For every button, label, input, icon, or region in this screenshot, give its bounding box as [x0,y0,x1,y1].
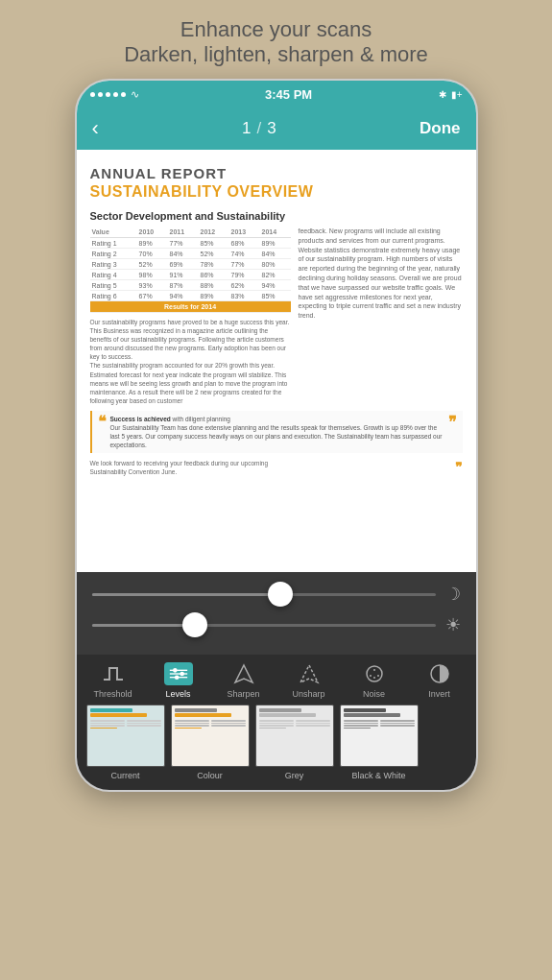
table-cell: Rating 6 [90,291,137,301]
table-cell: 84% [259,249,290,259]
doc-footer-left: We look forward to receiving your feedba… [90,459,273,478]
slider-row-2: ☀ [92,614,461,635]
thumb-grey[interactable]: Grey [255,705,334,780]
invert-icon [425,662,454,685]
page-current: 1 [242,119,251,138]
footer-right-quote: ❞ [280,459,463,478]
dot1 [90,92,95,97]
thumb-bw[interactable]: Black & White [340,705,419,780]
sliders-area: ☽ ☀ [77,572,476,655]
done-button[interactable]: Done [420,119,461,138]
wifi-icon: ∿ [131,88,139,101]
noise-icon [360,662,389,685]
table-cell: 69% [168,259,199,270]
tool-invert[interactable]: Invert [407,662,472,699]
svg-point-12 [373,677,375,679]
table-cell: Rating 1 [90,238,137,249]
noise-label: Noise [363,689,385,699]
dot3 [106,92,110,97]
slider-track-2[interactable] [92,624,436,627]
svg-point-10 [370,675,372,677]
svg-marker-6 [235,665,252,682]
col-2014: 2014 [259,227,290,238]
dot2 [98,92,103,97]
slider-row-1: ☽ [92,584,461,605]
tool-levels[interactable]: Levels [146,662,211,699]
col-2012: 2012 [199,227,229,238]
table-cell: Rating 2 [90,249,137,259]
page-indicator: 1 / 3 [242,119,276,138]
table-cell: 85% [199,238,229,249]
table-cell: 84% [168,249,199,259]
doc-content: Value 2010 2011 2012 2013 2014 Rating 18… [90,227,463,405]
thumb-img-current [86,705,165,767]
tool-sharpen[interactable]: Sharpen [211,662,276,699]
col-value: Value [90,227,137,238]
doc-right: feedback. New programs will include all … [299,227,463,405]
slider-track-1[interactable] [92,593,436,596]
thumb-current-label: Current [110,771,139,780]
promo-section: Enhance your scans Darken, lighten, shar… [0,0,552,79]
svg-point-5 [174,675,179,680]
table-cell: 85% [259,291,290,301]
threshold-icon [99,662,128,685]
table-row: Rating 593%87%88%62%94% [90,280,291,291]
signal-dots [90,92,126,97]
table-cell: 82% [259,270,290,280]
levels-label: Levels [165,689,190,699]
highlight-row: Results for 2014 [90,301,291,313]
quote-open-mark: ❝ [98,415,107,449]
svg-point-8 [367,666,382,681]
table-cell: 98% [137,270,168,280]
svg-point-3 [173,668,178,673]
nav-bar: ‹ 1 / 3 Done [77,108,476,150]
document-area: ANNUAL REPORT SUSTAINABILITY OVERVIEW Se… [77,150,476,572]
quote-rest: with diligent planning [173,416,230,422]
slider-fill-2 [92,624,195,627]
tool-unsharp[interactable]: Unsharp [276,662,342,699]
tool-noise[interactable]: Noise [342,662,407,699]
battery-icon: ▮+ [451,89,463,100]
slider-thumb-1[interactable] [268,582,293,607]
table-cell: 79% [229,270,260,280]
table-cell: 87% [168,280,199,291]
table-cell: 88% [199,280,229,291]
invert-label: Invert [428,689,450,699]
thumb-current[interactable]: Current [86,705,165,780]
sharpen-icon [229,662,258,685]
doc-title-sub: SUSTAINABILITY OVERVIEW [90,183,463,201]
table-cell: 62% [229,280,260,291]
table-cell: 89% [199,291,229,301]
table-cell: 67% [137,291,168,301]
table-cell: 91% [168,270,199,280]
doc-left: Value 2010 2011 2012 2013 2014 Rating 18… [90,227,291,405]
table-cell: 52% [199,249,229,259]
thumb-colour[interactable]: Colour [171,705,250,780]
thumb-grey-label: Grey [285,771,304,780]
quote-body: Our Sustainability Team has done extensi… [110,424,443,448]
promo-line2: Darken, lighten, sharpen & more [19,42,533,67]
tool-threshold[interactable]: Threshold [81,662,146,699]
unsharp-label: Unsharp [292,689,324,699]
nav-slash: / [257,119,262,138]
doc-title-main: ANNUAL REPORT [90,165,463,181]
table-cell: 77% [168,238,199,249]
threshold-label: Threshold [93,689,132,699]
quote-section: ❝ Success is achieved with diligent plan… [90,411,463,453]
table-row: Rating 189%77%85%68%89% [90,238,291,249]
phone-wrapper: ∿ 3:45 PM ✱ ▮+ ‹ 1 / 3 Done ANNUAL REPOR… [0,79,552,792]
slider-fill-1 [92,593,281,596]
bluetooth-icon: ✱ [439,89,446,100]
table-cell: 86% [199,270,229,280]
table-row: Rating 667%94%89%83%85% [90,291,291,301]
back-button[interactable]: ‹ [92,116,99,141]
sun-icon: ☀ [445,614,461,635]
levels-icon [164,662,193,685]
table-cell: Rating 4 [90,270,137,280]
slider-thumb-2[interactable] [182,612,207,637]
status-time: 3:45 PM [265,87,312,102]
unsharp-icon [295,662,324,685]
table-cell: 52% [137,259,168,270]
table-row: Rating 270%84%52%74%84% [90,249,291,259]
table-cell: 89% [137,238,168,249]
